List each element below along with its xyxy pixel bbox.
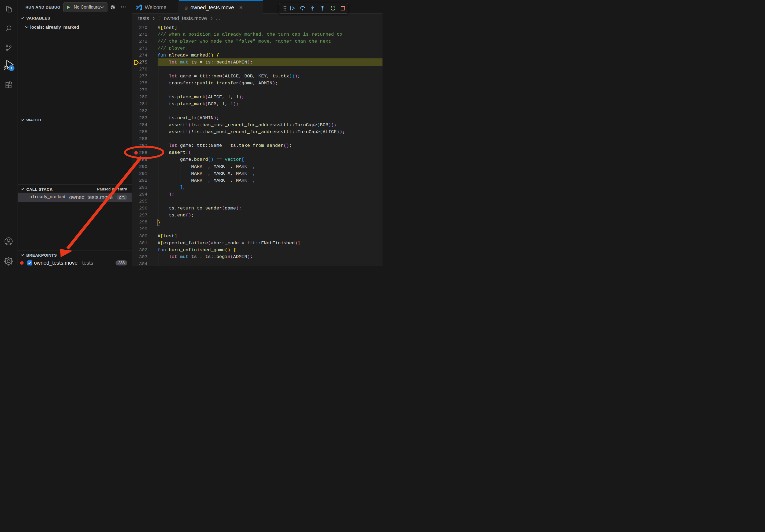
svg-text:1: 1 [10,66,13,70]
